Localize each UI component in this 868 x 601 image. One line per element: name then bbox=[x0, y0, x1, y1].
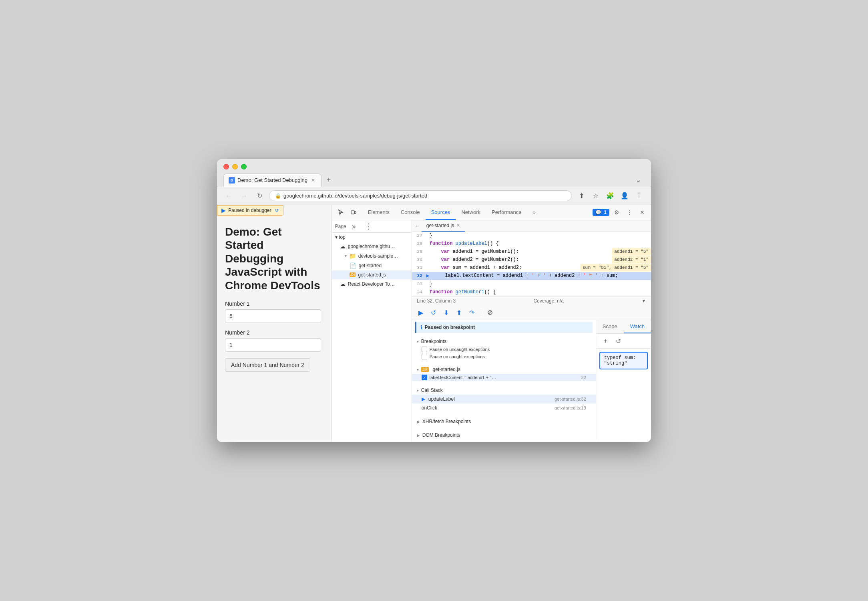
back-button[interactable]: ← bbox=[223, 190, 235, 202]
html-file-icon: 📄 bbox=[350, 262, 356, 269]
number1-input[interactable] bbox=[225, 309, 321, 323]
debugger-resume-icon[interactable]: ⟳ bbox=[275, 208, 279, 213]
cs-item-onclick[interactable]: onClick get-started.js:19 bbox=[412, 403, 596, 412]
share-icon[interactable]: ⬆ bbox=[576, 190, 587, 202]
tree-item-top[interactable]: ▾ top bbox=[332, 233, 412, 242]
cs-item-update-label[interactable]: ▶ updateLabel get-started.js:32 bbox=[412, 395, 596, 403]
refresh-watch-button[interactable]: ↺ bbox=[614, 336, 623, 346]
js-bp-section-header[interactable]: ▾ JS get-started.js bbox=[412, 365, 596, 374]
add-button[interactable]: Add Number 1 and Number 2 bbox=[225, 358, 310, 372]
more-options-icon[interactable]: ⋮ bbox=[633, 190, 645, 202]
cs-arrow: ▾ bbox=[417, 388, 419, 393]
line-num-31: 31 bbox=[412, 264, 426, 272]
reload-button[interactable]: ↻ bbox=[254, 190, 265, 202]
tab-network[interactable]: Network bbox=[456, 205, 486, 220]
page-menu-button[interactable]: ⋮ bbox=[362, 223, 375, 230]
inspect-icon[interactable] bbox=[335, 207, 346, 218]
tab-overflow-button[interactable]: ⌄ bbox=[632, 175, 645, 184]
page-tab-label[interactable]: Page bbox=[335, 224, 346, 229]
step-out-button[interactable]: ⬆ bbox=[454, 307, 465, 318]
address-text: googlechrome.github.io/devtools-samples/… bbox=[283, 193, 566, 199]
step-into-button[interactable]: ⬇ bbox=[441, 307, 452, 318]
forward-button[interactable]: → bbox=[239, 190, 250, 202]
editor-tab-label: get-started.js bbox=[426, 223, 454, 228]
maximize-button[interactable] bbox=[241, 164, 247, 169]
pause-uncaught-label: Pause on uncaught exceptions bbox=[430, 347, 586, 352]
svg-rect-0 bbox=[351, 211, 354, 214]
notification-badge: 💬 1 bbox=[593, 209, 609, 216]
new-tab-button[interactable]: + bbox=[323, 174, 334, 186]
watch-expression: typeof sum: "string" bbox=[599, 352, 648, 369]
debug-toolbar: ▶ ↺ ⬇ ⬆ ↷ bbox=[412, 305, 651, 320]
line-code-32: label.textContent = addend1 + ' + ' + ad… bbox=[430, 272, 651, 280]
editor-nav-back[interactable]: ← bbox=[414, 222, 422, 230]
close-devtools-icon[interactable]: ✕ bbox=[637, 207, 648, 218]
editor-tab-close[interactable]: ✕ bbox=[456, 223, 460, 228]
add-watch-button[interactable]: + bbox=[601, 336, 611, 346]
tree-item-get-started[interactable]: 📄 get-started bbox=[332, 261, 412, 270]
info-icon: ℹ bbox=[420, 324, 422, 331]
number2-group: Number 2 bbox=[225, 329, 323, 352]
page-more-button[interactable]: » bbox=[349, 223, 359, 230]
step-over-button[interactable]: ↺ bbox=[428, 307, 439, 318]
resume-button[interactable]: ▶ bbox=[415, 307, 426, 318]
tab-close-button[interactable]: ✕ bbox=[310, 177, 316, 184]
active-tab[interactable]: D Demo: Get Started Debugging ✕ bbox=[223, 173, 321, 187]
number2-input[interactable] bbox=[225, 338, 321, 352]
tab-more[interactable]: » bbox=[527, 205, 541, 220]
profile-icon[interactable]: 👤 bbox=[619, 190, 630, 202]
minimize-button[interactable] bbox=[232, 164, 238, 169]
coverage-dropdown-icon[interactable]: ▼ bbox=[641, 298, 646, 304]
js-breakpoints-section: ▾ JS get-started.js ✓ label.textContent … bbox=[412, 363, 596, 383]
watch-toolbar: + ↺ bbox=[596, 334, 651, 349]
line-num-28: 28 bbox=[412, 240, 426, 248]
pause-icon: ▶ bbox=[221, 207, 226, 214]
address-input[interactable]: 🔒 googlechrome.github.io/devtools-sample… bbox=[269, 190, 572, 201]
bp-active-item[interactable]: ✓ label.textContent = addend1 + ' … 32 bbox=[412, 374, 596, 381]
settings-icon[interactable]: ⚙ bbox=[611, 207, 622, 218]
close-button[interactable] bbox=[223, 164, 229, 169]
dom-arrow: ▶ bbox=[417, 433, 420, 438]
tree-item-googlechrome[interactable]: ☁ googlechrome.githu… bbox=[332, 242, 412, 251]
step-button[interactable]: ↷ bbox=[466, 307, 478, 318]
bp-active-checkbox[interactable]: ✓ bbox=[422, 375, 427, 380]
tree-item-get-started-js[interactable]: JS get-started.js bbox=[332, 270, 412, 279]
call-stack-header[interactable]: ▾ Call Stack bbox=[412, 386, 596, 395]
star-icon[interactable]: ☆ bbox=[590, 190, 601, 202]
breakpoints-section-header[interactable]: ▾ Breakpoints bbox=[412, 337, 596, 346]
more-options-icon[interactable]: ⋮ bbox=[624, 207, 635, 218]
paused-on-breakpoint-text: Paused on breakpoint bbox=[425, 325, 475, 330]
deactivate-breakpoints-button[interactable] bbox=[484, 307, 496, 318]
js-bp-section-title: get-started.js bbox=[433, 367, 460, 372]
main-area: ▶ Paused in debugger ⟳ Demo: Get Started… bbox=[217, 205, 651, 442]
line-num-34: 34 bbox=[412, 289, 426, 296]
line-code-28: function updateLabel() { bbox=[426, 240, 651, 248]
line-code-29: var addend1 = getNumber1(); bbox=[426, 248, 609, 256]
tab-console[interactable]: Console bbox=[395, 205, 426, 220]
watch-tabs: Scope Watch bbox=[596, 320, 651, 334]
tree-item-devtools-sample[interactable]: ▾ 📁 devtools-sample… bbox=[332, 251, 412, 261]
code-line-30: 30 var addend2 = getNumber2(); addend2 =… bbox=[412, 256, 651, 264]
bp-section-arrow: ▾ bbox=[417, 339, 419, 344]
browser-toolbar-icons: ⬆ ☆ 🧩 👤 ⋮ bbox=[576, 190, 645, 202]
device-toolbar-icon[interactable] bbox=[348, 207, 359, 218]
line-num-27: 27 bbox=[412, 232, 426, 240]
dom-section-header[interactable]: ▶ DOM Breakpoints bbox=[412, 431, 596, 440]
tab-performance[interactable]: Performance bbox=[486, 205, 527, 220]
tab-elements[interactable]: Elements bbox=[362, 205, 395, 220]
watch-tab[interactable]: Watch bbox=[624, 320, 651, 333]
pause-uncaught-checkbox[interactable] bbox=[422, 347, 427, 352]
pause-caught-checkbox[interactable] bbox=[422, 354, 427, 359]
tab-sources[interactable]: Sources bbox=[426, 205, 456, 220]
extension-icon[interactable]: 🧩 bbox=[605, 190, 616, 202]
js-file-icon: JS bbox=[350, 272, 356, 277]
call-stack-section: ▾ Call Stack ▶ updateLabel get-started.j… bbox=[412, 383, 596, 415]
cloud-icon-1: ☁ bbox=[340, 243, 346, 250]
number1-group: Number 1 bbox=[225, 300, 323, 323]
tree-item-react-devtools[interactable]: ☁ React Developer To… bbox=[332, 279, 412, 289]
watch-panel: Scope Watch + ↺ typeof sum: "string" bbox=[596, 320, 651, 442]
sources-panel: Page » ⋮ ▾ top ☁ googlechrome.githu… ▾ 📁 bbox=[332, 220, 651, 442]
xhr-section-header[interactable]: ▶ XHR/fetch Breakpoints bbox=[412, 417, 596, 426]
scope-tab[interactable]: Scope bbox=[596, 320, 624, 333]
editor-tab-get-started-js[interactable]: get-started.js ✕ bbox=[422, 220, 465, 232]
